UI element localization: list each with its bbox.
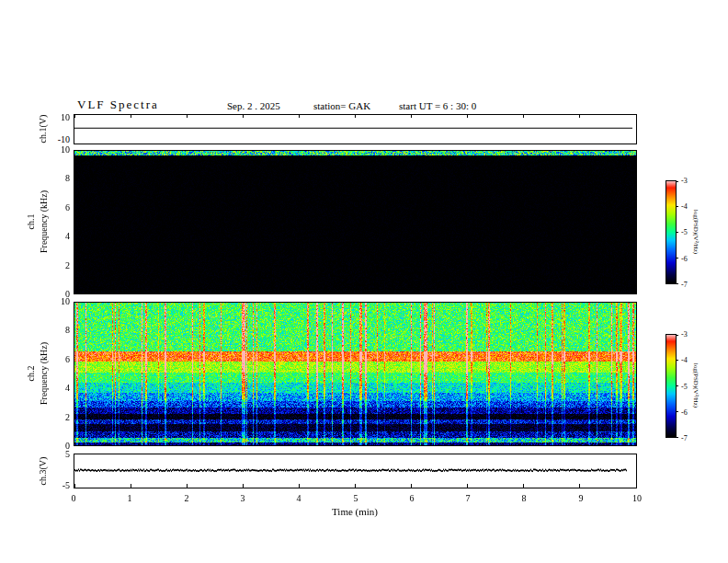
- x-tick-label: 4: [288, 493, 310, 504]
- ch2-spectrogram-canvas: [74, 303, 636, 445]
- time-axis-label: Time (min): [332, 506, 378, 517]
- y-tick-label: 10: [46, 144, 70, 155]
- y-tick-label: 6: [46, 202, 70, 213]
- colorbar-tick: [676, 283, 678, 284]
- colorbar-tick: [676, 360, 678, 361]
- ch3-voltage-axis-label: ch.3(V): [38, 457, 48, 486]
- axis-tick: [523, 484, 524, 488]
- axis-tick: [467, 115, 468, 118]
- y-tick-label: -5: [46, 480, 70, 491]
- axis-tick: [355, 484, 356, 488]
- axis-tick: [131, 115, 131, 118]
- colorbar-tick: [676, 437, 678, 438]
- axis-tick: [636, 115, 637, 118]
- colorbar-tick: [676, 232, 678, 233]
- panel-ch2-spectrogram: [74, 302, 637, 446]
- colorbar-tick-label: -7: [681, 434, 698, 442]
- axis-tick: [411, 115, 412, 118]
- colorbar1-canvas: [666, 181, 676, 283]
- date-label: Sep. 2 . 2025: [227, 100, 280, 111]
- colorbar-tick: [676, 181, 678, 182]
- colorbar-tick: [676, 335, 678, 336]
- axis-tick: [243, 115, 244, 118]
- x-tick-label: 9: [570, 493, 592, 504]
- ch2-channel-label: ch.2: [26, 366, 36, 382]
- panel-ch3-voltage: [74, 454, 637, 488]
- ch1-voltage-axis-label: ch.1(V): [38, 115, 48, 144]
- figure-title: VLF Spectra: [77, 98, 159, 112]
- y-tick-label: 8: [46, 173, 70, 184]
- ch1-spectrogram-canvas: [74, 151, 636, 293]
- x-tick-label: 7: [457, 493, 479, 504]
- panel-ch1-voltage: [74, 114, 637, 144]
- y-tick-label: 6: [46, 354, 70, 365]
- axis-tick: [243, 484, 244, 488]
- axis-tick: [523, 115, 524, 118]
- colorbar-tick-label: -3: [681, 330, 698, 339]
- axis-tick: [411, 484, 412, 488]
- axis-tick: [299, 115, 300, 118]
- axis-tick: [579, 115, 580, 118]
- y-tick-label: 5: [46, 449, 70, 460]
- colorbar-tick-label: -6: [681, 255, 698, 263]
- colorbar-tick: [676, 206, 678, 207]
- ch2-frequency-axis-label: Frequency (kHz): [39, 342, 49, 405]
- ch3-voltage-trace: [74, 454, 636, 488]
- axis-tick: [636, 484, 637, 488]
- x-tick-label: 10: [626, 493, 648, 504]
- x-tick-label: 3: [232, 493, 254, 504]
- vlf-spectra-figure: VLF Spectra Sep. 2 . 2025 station= GAK s…: [0, 0, 728, 563]
- colorbar-tick: [676, 258, 678, 259]
- y-tick-label: 8: [46, 325, 70, 336]
- colorbar2-canvas: [666, 335, 676, 437]
- y-tick-label: 10: [46, 296, 70, 307]
- axis-tick: [74, 115, 75, 118]
- colorbar-tick: [676, 385, 678, 386]
- axis-tick: [467, 484, 468, 488]
- axis-tick: [579, 484, 580, 488]
- colorbar-tick-label: -6: [681, 408, 698, 417]
- x-tick-label: 0: [63, 493, 85, 504]
- y-tick-label: 4: [46, 383, 70, 394]
- colorbar2-unit-label: log(PSD)(V²/Hz): [692, 363, 700, 408]
- axis-tick: [299, 484, 300, 488]
- axis-tick: [187, 484, 188, 488]
- y-tick-label: 4: [46, 231, 70, 242]
- y-tick-label: 2: [46, 412, 70, 423]
- panel-ch1-spectrogram: [74, 150, 637, 294]
- axis-tick: [355, 115, 356, 118]
- ch1-voltage-trace: [74, 115, 636, 144]
- ch1-channel-label: ch.1: [26, 214, 36, 230]
- x-tick-label: 6: [401, 493, 423, 504]
- axis-tick: [74, 484, 75, 488]
- colorbar-tick-label: -7: [681, 281, 698, 289]
- colorbar-tick-label: -3: [681, 177, 698, 185]
- colorbar-2: [665, 334, 677, 438]
- x-tick-label: 8: [513, 493, 535, 504]
- station-label: station= GAK: [313, 100, 370, 111]
- colorbar-1: [665, 180, 677, 284]
- x-tick-label: 1: [119, 493, 141, 504]
- y-tick-label: 10: [46, 112, 70, 123]
- x-tick-label: 2: [176, 493, 198, 504]
- axis-tick: [187, 115, 188, 118]
- ch1-frequency-axis-label: Frequency (kHz): [39, 190, 49, 253]
- y-tick-label: 2: [46, 260, 70, 271]
- start-ut-label: start UT = 6 : 30: 0: [399, 100, 476, 111]
- colorbar1-unit-label: log(PSD)(V²/Hz): [692, 210, 700, 254]
- x-tick-label: 5: [345, 493, 367, 504]
- colorbar-tick: [676, 411, 678, 412]
- axis-tick: [131, 484, 131, 488]
